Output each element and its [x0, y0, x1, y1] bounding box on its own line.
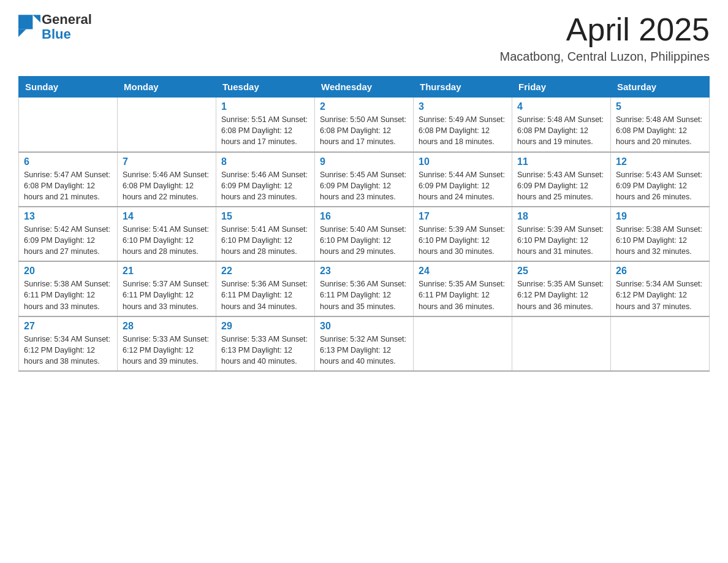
day-info: Sunrise: 5:45 AM Sunset: 6:09 PM Dayligh… [320, 169, 408, 202]
calendar-table: Sunday Monday Tuesday Wednesday Thursday… [18, 76, 710, 372]
day-number: 16 [320, 211, 408, 222]
day-number: 14 [123, 211, 211, 222]
calendar-cell [118, 98, 216, 152]
day-number: 4 [517, 101, 605, 112]
day-info: Sunrise: 5:44 AM Sunset: 6:09 PM Dayligh… [419, 169, 507, 202]
calendar-cell [512, 316, 611, 371]
day-info: Sunrise: 5:38 AM Sunset: 6:10 PM Dayligh… [616, 224, 704, 257]
calendar-cell: 8Sunrise: 5:46 AM Sunset: 6:09 PM Daylig… [216, 152, 315, 207]
week-row-2: 6Sunrise: 5:47 AM Sunset: 6:08 PM Daylig… [19, 152, 710, 207]
day-number: 9 [320, 156, 408, 167]
day-info: Sunrise: 5:33 AM Sunset: 6:12 PM Dayligh… [123, 334, 211, 367]
day-info: Sunrise: 5:40 AM Sunset: 6:10 PM Dayligh… [320, 224, 408, 257]
day-number: 26 [616, 266, 704, 277]
calendar-cell [611, 316, 710, 371]
col-thursday: Thursday [414, 77, 512, 98]
calendar-cell: 20Sunrise: 5:38 AM Sunset: 6:11 PM Dayli… [19, 261, 118, 316]
calendar-cell: 22Sunrise: 5:36 AM Sunset: 6:11 PM Dayli… [216, 261, 315, 316]
calendar-cell: 24Sunrise: 5:35 AM Sunset: 6:11 PM Dayli… [414, 261, 512, 316]
day-info: Sunrise: 5:39 AM Sunset: 6:10 PM Dayligh… [517, 224, 605, 257]
day-info: Sunrise: 5:36 AM Sunset: 6:11 PM Dayligh… [320, 278, 408, 312]
day-number: 28 [123, 321, 211, 332]
day-info: Sunrise: 5:37 AM Sunset: 6:11 PM Dayligh… [123, 278, 211, 312]
day-info: Sunrise: 5:41 AM Sunset: 6:10 PM Dayligh… [123, 224, 211, 257]
day-number: 5 [616, 101, 704, 112]
calendar-cell: 28Sunrise: 5:33 AM Sunset: 6:12 PM Dayli… [118, 316, 216, 371]
calendar-cell: 6Sunrise: 5:47 AM Sunset: 6:08 PM Daylig… [19, 152, 118, 207]
col-wednesday: Wednesday [315, 77, 414, 98]
day-info: Sunrise: 5:47 AM Sunset: 6:08 PM Dayligh… [24, 169, 112, 202]
day-number: 19 [616, 211, 704, 222]
day-info: Sunrise: 5:51 AM Sunset: 6:08 PM Dayligh… [221, 114, 309, 147]
day-number: 22 [221, 266, 309, 277]
week-row-3: 13Sunrise: 5:42 AM Sunset: 6:09 PM Dayli… [19, 207, 710, 261]
day-info: Sunrise: 5:43 AM Sunset: 6:09 PM Dayligh… [616, 169, 704, 202]
svg-marker-2 [18, 29, 26, 37]
day-info: Sunrise: 5:42 AM Sunset: 6:09 PM Dayligh… [24, 224, 112, 257]
calendar-cell: 21Sunrise: 5:37 AM Sunset: 6:11 PM Dayli… [118, 261, 216, 316]
calendar-cell: 26Sunrise: 5:34 AM Sunset: 6:12 PM Dayli… [611, 261, 710, 316]
calendar-cell: 16Sunrise: 5:40 AM Sunset: 6:10 PM Dayli… [315, 207, 414, 261]
day-info: Sunrise: 5:46 AM Sunset: 6:08 PM Dayligh… [123, 169, 211, 202]
calendar-cell: 29Sunrise: 5:33 AM Sunset: 6:13 PM Dayli… [216, 316, 315, 371]
day-info: Sunrise: 5:48 AM Sunset: 6:08 PM Dayligh… [517, 114, 605, 147]
calendar-cell: 12Sunrise: 5:43 AM Sunset: 6:09 PM Dayli… [611, 152, 710, 207]
col-friday: Friday [512, 77, 611, 98]
calendar-cell: 9Sunrise: 5:45 AM Sunset: 6:09 PM Daylig… [315, 152, 414, 207]
col-tuesday: Tuesday [216, 77, 315, 98]
logo-general: General [42, 12, 92, 27]
calendar-cell: 23Sunrise: 5:36 AM Sunset: 6:11 PM Dayli… [315, 261, 414, 316]
day-info: Sunrise: 5:46 AM Sunset: 6:09 PM Dayligh… [221, 169, 309, 202]
col-sunday: Sunday [19, 77, 118, 98]
day-number: 2 [320, 101, 408, 112]
day-number: 29 [221, 321, 309, 332]
calendar-cell: 30Sunrise: 5:32 AM Sunset: 6:13 PM Dayli… [315, 316, 414, 371]
calendar-cell: 2Sunrise: 5:50 AM Sunset: 6:08 PM Daylig… [315, 98, 414, 152]
calendar-cell: 4Sunrise: 5:48 AM Sunset: 6:08 PM Daylig… [512, 98, 611, 152]
calendar-header-row: Sunday Monday Tuesday Wednesday Thursday… [19, 77, 710, 98]
calendar-cell [19, 98, 118, 152]
calendar-cell: 10Sunrise: 5:44 AM Sunset: 6:09 PM Dayli… [414, 152, 512, 207]
day-info: Sunrise: 5:50 AM Sunset: 6:08 PM Dayligh… [320, 114, 408, 147]
calendar-cell: 5Sunrise: 5:48 AM Sunset: 6:08 PM Daylig… [611, 98, 710, 152]
day-number: 6 [24, 156, 112, 167]
logo-text: General Blue [42, 12, 92, 42]
calendar-cell: 17Sunrise: 5:39 AM Sunset: 6:10 PM Dayli… [414, 207, 512, 261]
logo-blue: Blue [42, 26, 71, 42]
day-number: 27 [24, 321, 112, 332]
day-number: 12 [616, 156, 704, 167]
header: General Blue April 2025 Macatbong, Centr… [18, 12, 710, 64]
location-title: Macatbong, Central Luzon, Philippines [500, 50, 710, 64]
day-info: Sunrise: 5:34 AM Sunset: 6:12 PM Dayligh… [24, 334, 112, 367]
day-number: 8 [221, 156, 309, 167]
svg-rect-0 [18, 15, 32, 29]
day-number: 3 [419, 101, 507, 112]
title-area: April 2025 Macatbong, Central Luzon, Phi… [500, 12, 710, 64]
logo-icon [18, 16, 40, 38]
day-number: 1 [221, 101, 309, 112]
day-number: 30 [320, 321, 408, 332]
day-number: 17 [419, 211, 507, 222]
calendar-cell: 25Sunrise: 5:35 AM Sunset: 6:12 PM Dayli… [512, 261, 611, 316]
calendar-cell: 14Sunrise: 5:41 AM Sunset: 6:10 PM Dayli… [118, 207, 216, 261]
calendar-cell: 13Sunrise: 5:42 AM Sunset: 6:09 PM Dayli… [19, 207, 118, 261]
day-info: Sunrise: 5:41 AM Sunset: 6:10 PM Dayligh… [221, 224, 309, 257]
day-number: 23 [320, 266, 408, 277]
calendar-cell: 11Sunrise: 5:43 AM Sunset: 6:09 PM Dayli… [512, 152, 611, 207]
day-info: Sunrise: 5:35 AM Sunset: 6:11 PM Dayligh… [419, 278, 507, 312]
day-number: 7 [123, 156, 211, 167]
svg-marker-1 [32, 15, 40, 23]
col-monday: Monday [118, 77, 216, 98]
calendar-cell: 27Sunrise: 5:34 AM Sunset: 6:12 PM Dayli… [19, 316, 118, 371]
col-saturday: Saturday [611, 77, 710, 98]
day-number: 21 [123, 266, 211, 277]
calendar-cell: 19Sunrise: 5:38 AM Sunset: 6:10 PM Dayli… [611, 207, 710, 261]
month-title: April 2025 [500, 12, 710, 47]
day-info: Sunrise: 5:48 AM Sunset: 6:08 PM Dayligh… [616, 114, 704, 147]
week-row-5: 27Sunrise: 5:34 AM Sunset: 6:12 PM Dayli… [19, 316, 710, 371]
calendar-cell [414, 316, 512, 371]
week-row-4: 20Sunrise: 5:38 AM Sunset: 6:11 PM Dayli… [19, 261, 710, 316]
calendar-cell: 1Sunrise: 5:51 AM Sunset: 6:08 PM Daylig… [216, 98, 315, 152]
day-info: Sunrise: 5:35 AM Sunset: 6:12 PM Dayligh… [517, 278, 605, 312]
day-number: 24 [419, 266, 507, 277]
